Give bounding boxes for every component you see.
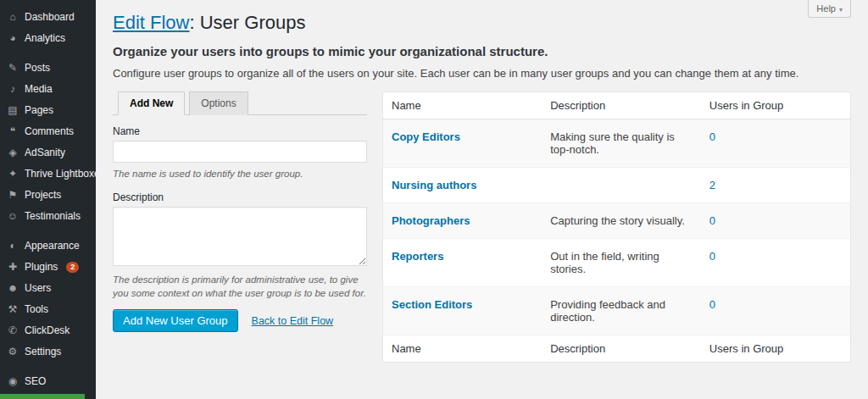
sidebar-menu: ⌂Dashboard◕Analytics✎Posts♪Media▤Pages❝C… xyxy=(0,7,96,399)
projects-icon: ⚑ xyxy=(7,190,19,201)
sidebar-item-label: Posts xyxy=(25,63,50,74)
sidebar-item-posts[interactable]: ✎Posts xyxy=(0,58,96,79)
sidebar-item-testimonials[interactable]: ☺Testimonials xyxy=(0,206,96,227)
name-help-text: The name is used to identify the user gr… xyxy=(113,167,367,181)
table-row: Section EditorsProviding feedback and di… xyxy=(383,287,851,335)
sidebar-item-label: Users xyxy=(25,283,51,294)
sidebar-item-thrive-lightboxes[interactable]: ✦Thrive Lightboxes xyxy=(0,163,96,185)
chevron-down-icon: ▾ xyxy=(839,6,843,14)
name-field-label: Name xyxy=(113,125,367,137)
group-users-count-link[interactable]: 0 xyxy=(709,250,715,263)
main-content: Help▾ Edit Flow: User Groups Organize yo… xyxy=(96,0,868,399)
group-users-count-link[interactable]: 2 xyxy=(709,179,715,191)
add-new-user-group-button[interactable]: Add New User Group xyxy=(113,309,238,332)
table-footer-row: NameDescriptionUsers in Group xyxy=(383,335,851,363)
testimonials-icon: ☺ xyxy=(7,211,19,222)
sidebar-item-label: Media xyxy=(25,84,53,95)
form-actions: Add New User Group Back to Edit Flow xyxy=(113,309,367,332)
name-input[interactable] xyxy=(113,141,367,163)
plugins-count-badge: 2 xyxy=(66,262,79,273)
group-description-cell: Out in the field, writing stories. xyxy=(542,239,701,287)
help-button-label: Help xyxy=(816,3,836,14)
description-help-text: The description is primarily for adminis… xyxy=(113,273,367,301)
sidebar-item-pages[interactable]: ▤Pages xyxy=(0,100,96,121)
appearance-icon: ◐ xyxy=(7,241,19,252)
group-users-cell: 0 xyxy=(701,119,851,168)
sidebar-item-plugins[interactable]: ✚Plugins2 xyxy=(0,257,96,278)
sidebar-item-media[interactable]: ♪Media xyxy=(0,79,96,100)
panel-tabs: Add NewOptions xyxy=(113,91,367,115)
sidebar-item-label: AdSanity xyxy=(25,147,65,158)
sidebar-divider xyxy=(0,363,96,371)
sidebar-item-label: Dashboard xyxy=(25,12,75,23)
group-users-cell: 0 xyxy=(701,203,851,239)
sidebar-item-settings[interactable]: ⚙Settings xyxy=(0,341,96,363)
intro-description: Configure user groups to organize all of… xyxy=(113,67,851,80)
user-groups-table-wrap: NameDescriptionUsers in Group Copy Edito… xyxy=(382,91,851,363)
sidebar-item-label: Pages xyxy=(25,105,53,116)
table-body: Copy EditorsMaking sure the quality is t… xyxy=(383,119,851,335)
column-header-description: Description xyxy=(542,335,701,363)
group-description-cell xyxy=(542,168,701,203)
sidebar-item-label: ClickDesk xyxy=(25,325,70,336)
admin-sidebar: ⌂Dashboard◕Analytics✎Posts♪Media▤Pages❝C… xyxy=(0,0,96,399)
column-header-name: Name xyxy=(383,92,542,119)
group-description-cell: Providing feedback and direction. xyxy=(542,287,701,335)
dashboard-icon: ⌂ xyxy=(7,12,19,23)
sidebar-item-comments[interactable]: ❝Comments xyxy=(0,121,96,142)
sidebar-item-projects[interactable]: ⚑Projects xyxy=(0,185,96,206)
sidebar-item-label: Thrive Lightboxes xyxy=(25,169,96,180)
sidebar-item-label: Appearance xyxy=(25,241,80,252)
thrive-lightboxes-icon: ✦ xyxy=(7,169,19,180)
sidebar-item-appearance[interactable]: ◐Appearance xyxy=(0,236,96,257)
sidebar-divider xyxy=(0,227,96,236)
group-users-count-link[interactable]: 0 xyxy=(709,298,715,311)
group-name-link[interactable]: Photographers xyxy=(392,214,470,227)
sidebar-item-label: Settings xyxy=(25,346,61,357)
tab-add-new[interactable]: Add New xyxy=(118,91,185,115)
sidebar-bottom-strip xyxy=(0,394,85,399)
edit-flow-link[interactable]: Edit Flow xyxy=(113,12,189,33)
pages-icon: ▤ xyxy=(7,105,19,116)
group-name-cell: Reporters xyxy=(383,239,542,287)
table-header-row: NameDescriptionUsers in Group xyxy=(383,92,851,119)
group-name-link[interactable]: Copy Editors xyxy=(392,130,460,143)
group-name-link[interactable]: Section Editors xyxy=(392,298,472,311)
content-columns: Add NewOptions Name The name is used to … xyxy=(113,91,851,363)
group-name-cell: Nursing authors xyxy=(383,168,542,203)
table-foot: NameDescriptionUsers in Group xyxy=(383,335,851,363)
sidebar-item-adsanity[interactable]: ◈AdSanity xyxy=(0,142,96,163)
group-name-link[interactable]: Reporters xyxy=(392,250,443,263)
group-name-cell: Copy Editors xyxy=(383,119,542,168)
group-name-cell: Section Editors xyxy=(383,287,542,335)
sidebar-item-label: SEO xyxy=(25,376,46,387)
settings-icon: ⚙ xyxy=(7,346,19,357)
table-row: Nursing authors2 xyxy=(383,168,851,203)
group-users-count-link[interactable]: 0 xyxy=(709,214,715,227)
tab-options[interactable]: Options xyxy=(189,91,248,115)
sidebar-item-clickdesk[interactable]: ✆ClickDesk xyxy=(0,320,96,341)
sidebar-item-dashboard[interactable]: ⌂Dashboard xyxy=(0,7,96,28)
page-title: Edit Flow: User Groups xyxy=(113,12,851,34)
sidebar-item-analytics[interactable]: ◕Analytics xyxy=(0,28,96,49)
sidebar-item-tools[interactable]: ⚒Tools xyxy=(0,299,96,320)
group-users-cell: 0 xyxy=(701,287,851,335)
column-header-users: Users in Group xyxy=(701,335,851,363)
comments-icon: ❝ xyxy=(7,126,19,137)
group-name-link[interactable]: Nursing authors xyxy=(392,179,476,191)
sidebar-item-label: Comments xyxy=(25,126,74,137)
column-header-name: Name xyxy=(383,335,542,363)
analytics-icon: ◕ xyxy=(7,33,19,44)
sidebar-item-seo[interactable]: ◉SEO xyxy=(0,371,96,392)
description-textarea[interactable] xyxy=(113,207,367,266)
user-groups-table: NameDescriptionUsers in Group Copy Edito… xyxy=(382,91,851,363)
group-users-count-link[interactable]: 0 xyxy=(709,130,715,143)
sidebar-item-users[interactable]: ☻Users xyxy=(0,278,96,299)
posts-icon: ✎ xyxy=(7,63,19,74)
table-row: ReportersOut in the field, writing stori… xyxy=(383,239,851,287)
help-button[interactable]: Help▾ xyxy=(808,0,851,18)
sidebar-item-label: Projects xyxy=(25,190,61,201)
tools-icon: ⚒ xyxy=(7,304,19,315)
adsanity-icon: ◈ xyxy=(7,147,19,158)
back-to-edit-flow-link[interactable]: Back to Edit Flow xyxy=(252,315,334,327)
